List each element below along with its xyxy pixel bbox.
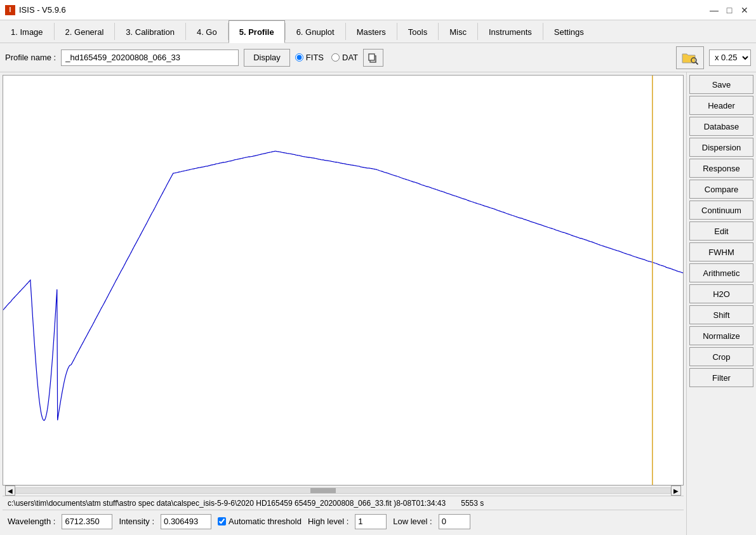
- continuum-button[interactable]: Continuum: [689, 201, 753, 220]
- scroll-right-arrow[interactable]: ▶: [671, 485, 681, 496]
- profile-name-input[interactable]: [61, 50, 239, 66]
- display-button[interactable]: Display: [244, 49, 290, 67]
- scroll-track[interactable]: [15, 487, 671, 494]
- dat-radio-label[interactable]: DAT: [331, 53, 358, 62]
- low-level-input[interactable]: [439, 514, 470, 529]
- auto-threshold-label: Automatic threshold: [229, 517, 302, 526]
- menu-bar: 1. Image 2. General 3. Calibration 4. Go…: [0, 20, 756, 43]
- h2o-button[interactable]: H2O: [689, 284, 753, 303]
- tab-general[interactable]: 2. General: [55, 20, 115, 43]
- intensity-input[interactable]: [161, 514, 211, 529]
- dat-radio[interactable]: [331, 53, 340, 62]
- edit-button[interactable]: Edit: [689, 221, 753, 241]
- main-area: ◀ ▶ c:\users\tim\documents\atm stuff\ast…: [0, 72, 756, 535]
- copy-icon: [368, 53, 378, 63]
- tab-masters[interactable]: Masters: [346, 20, 397, 43]
- tab-instruments[interactable]: Instruments: [478, 20, 543, 43]
- normalize-button[interactable]: Normalize: [689, 326, 753, 345]
- app-icon: I: [5, 5, 15, 15]
- header-button[interactable]: Header: [689, 96, 753, 115]
- auto-threshold-group[interactable]: Automatic threshold: [218, 517, 302, 526]
- maximize-button[interactable]: □: [723, 4, 736, 17]
- status-duration: 5553 s: [461, 499, 484, 508]
- arithmetic-button[interactable]: Arithmetic: [689, 263, 753, 282]
- folder-search-button[interactable]: [676, 46, 704, 69]
- tab-gnuplot[interactable]: 6. Gnuplot: [286, 20, 345, 43]
- high-level-label: High level :: [308, 517, 348, 526]
- chart-container: ◀ ▶ c:\users\tim\documents\atm stuff\ast…: [0, 72, 686, 535]
- app-title: ISIS - V5.9.6: [19, 5, 66, 15]
- right-sidebar: Save Header Database Dispersion Response…: [686, 72, 756, 535]
- tab-calibration[interactable]: 3. Calibration: [115, 20, 185, 43]
- zoom-select[interactable]: x 0.25 x 0.5 x 1 x 2: [709, 50, 751, 66]
- scrollbar-area: ◀ ▶: [3, 485, 684, 496]
- scroll-left-arrow[interactable]: ◀: [5, 485, 15, 496]
- wavelength-input[interactable]: [62, 514, 112, 529]
- compare-button[interactable]: Compare: [689, 180, 753, 199]
- tab-image[interactable]: 1. Image: [0, 20, 54, 43]
- minimize-button[interactable]: —: [708, 4, 720, 17]
- dispersion-button[interactable]: Dispersion: [689, 138, 753, 157]
- scroll-thumb[interactable]: [310, 488, 336, 493]
- tab-settings[interactable]: Settings: [543, 20, 595, 43]
- profile-name-label: Profile name :: [5, 53, 56, 62]
- dat-label: DAT: [342, 53, 358, 62]
- tab-profile[interactable]: 5. Profile: [229, 20, 285, 43]
- auto-threshold-checkbox[interactable]: [218, 517, 226, 525]
- svg-rect-1: [369, 54, 375, 60]
- fwhm-button[interactable]: FWHM: [689, 242, 753, 261]
- intensity-label: Intensity :: [119, 517, 154, 526]
- title-bar: I ISIS - V5.9.6 — □ ✕: [0, 0, 756, 20]
- save-button[interactable]: Save: [689, 75, 753, 94]
- filter-button[interactable]: Filter: [689, 368, 753, 387]
- low-level-label: Low level :: [393, 517, 432, 526]
- svg-line-3: [696, 62, 698, 64]
- tab-go[interactable]: 4. Go: [186, 20, 228, 43]
- tab-misc[interactable]: Misc: [439, 20, 477, 43]
- close-button[interactable]: ✕: [738, 4, 751, 17]
- spectrum-chart[interactable]: [3, 76, 683, 485]
- response-button[interactable]: Response: [689, 159, 753, 178]
- bottom-bar: Wavelength : Intensity : Automatic thres…: [3, 510, 684, 532]
- chart-wrapper[interactable]: [3, 75, 684, 485]
- format-radio-group: FITS DAT: [295, 53, 358, 62]
- folder-search-icon: [681, 50, 699, 65]
- high-level-input[interactable]: [355, 514, 387, 529]
- status-path: c:\users\tim\documents\atm stuff\astro s…: [8, 499, 446, 508]
- crop-button[interactable]: Crop: [689, 347, 753, 366]
- fits-label: FITS: [306, 53, 324, 62]
- shift-button[interactable]: Shift: [689, 305, 753, 324]
- fits-radio-label[interactable]: FITS: [295, 53, 324, 62]
- wavelength-label: Wavelength :: [8, 517, 55, 526]
- copy-icon-button[interactable]: [363, 49, 383, 67]
- toolbar: Profile name : Display FITS DAT x 0.25 x…: [0, 43, 756, 72]
- database-button[interactable]: Database: [689, 117, 753, 136]
- fits-radio[interactable]: [295, 53, 303, 62]
- status-bar: c:\users\tim\documents\atm stuff\astro s…: [3, 496, 684, 510]
- tab-tools[interactable]: Tools: [397, 20, 438, 43]
